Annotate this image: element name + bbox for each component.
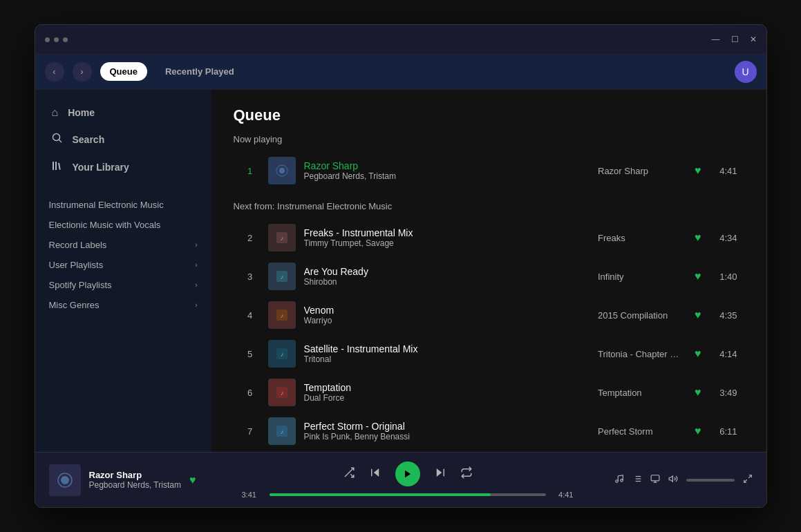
player-right [614,474,753,486]
next-section: Next from: Instrumenal Electronic Music [234,201,744,211]
next-from-label: Next from: Instrumenal Electronic Music [234,201,744,211]
lyrics-button[interactable] [614,474,624,486]
track-artist: Tritonal [304,354,585,364]
track-album: 2015 Compilation [584,310,695,321]
track-art: ♪ [268,263,296,290]
track-info: Are You Ready Shirobon [304,266,585,287]
track-duration: 4:14 [713,349,737,359]
shuffle-button[interactable] [343,466,355,482]
sidebar-item-search[interactable]: Search [45,126,202,153]
tab-queue[interactable]: Queue [100,62,147,81]
window-buttons: — ☐ ✕ [712,35,757,44]
track-art: ♪ [268,379,296,406]
play-button[interactable] [395,462,420,486]
forward-button[interactable]: › [73,62,92,82]
svg-marker-27 [404,470,410,477]
progress-fill [270,493,491,496]
track-info: Perfect Storm - Original Pink Is Punk, B… [304,421,585,441]
dot-2 [54,37,59,42]
table-row[interactable]: 4 ♪ Venom Warriyo 2015 Compilation ♥ 4:3… [234,296,744,334]
table-row[interactable]: 6 ♪ Temptation Dual Force Temptation ♥ 3… [234,373,744,412]
table-row[interactable]: 5 ♪ Satellite - Instrumental Mix Tritona… [234,334,744,373]
nav-bar: ‹ › Queue Recently Played U [35,54,766,90]
app-window: — ☐ ✕ ‹ › Queue Recently Played U ⌂ Home [35,24,767,508]
track-artist: Warriyo [304,316,585,325]
back-button[interactable]: ‹ [45,62,64,82]
track-heart-icon[interactable]: ♥ [695,270,701,283]
progress-track[interactable] [270,493,546,496]
chevron-right-icon: › [195,241,197,249]
now-playing-label: Now playing [234,134,744,144]
minimize-button[interactable]: — [712,35,720,44]
window-controls [45,37,68,42]
now-playing-artists: Pegboard Nerds, Tristam [304,171,585,181]
avatar[interactable]: U [735,61,757,83]
sidebar-item-user-playlists[interactable]: User Playlists › [45,255,202,275]
now-playing-track[interactable]: 1 Razor Sharp Pegboard Nerds, Tristam Ra… [234,151,744,190]
sidebar-item-electronic-vocals[interactable]: Electionic Music with Vocals [45,215,202,235]
tab-recently-played[interactable]: Recently Played [156,62,244,81]
sidebar-item-record-labels[interactable]: Record Labels › [45,235,202,255]
svg-marker-41 [669,476,672,482]
table-row[interactable]: 7 ♪ Perfect Storm - Original Pink Is Pun… [234,412,744,450]
track-art: ♪ [268,340,296,368]
track-name: Temptation [304,382,585,393]
devices-button[interactable] [650,474,660,486]
sidebar-item-spotify-playlists[interactable]: Spotify Playlists › [45,275,202,295]
volume-bar[interactable] [686,479,735,482]
track-heart-icon[interactable]: ♥ [695,425,701,437]
track-duration: 1:40 [713,272,737,282]
track-heart-icon[interactable]: ♥ [695,231,701,244]
track-album: Infinity [584,272,695,282]
search-icon [52,133,63,146]
dot-3 [63,37,68,42]
queue-title: Queue [234,106,744,124]
table-row[interactable]: 3 ♪ Are You Ready Shirobon Infinity ♥ 1:… [234,257,744,296]
track-duration: 6:11 [713,426,737,437]
prev-button[interactable] [369,466,381,482]
player-heart-icon[interactable]: ♥ [189,474,196,486]
volume-button[interactable] [668,474,678,486]
sidebar-item-home[interactable]: ⌂ Home [45,99,202,126]
sidebar-item-library[interactable]: Your Library [45,153,202,181]
track-heart-icon[interactable]: ♥ [695,386,701,399]
svg-text:♪: ♪ [280,274,283,281]
next-button[interactable] [434,466,446,482]
svg-rect-3 [55,162,57,170]
queue-panel: Queue Now playing 1 Razor Sharp Pegboard… [211,90,766,452]
track-artist: Pink Is Punk, Benny Benassi [304,432,585,441]
player-left: Razor Sharp Pegboard Nerds, Tristam ♥ [49,464,201,496]
sidebar-item-instrumental-electronic[interactable]: Instrumenal Electronic Music [45,195,202,215]
sidebar-home-label: Home [68,107,95,118]
svg-rect-38 [651,475,659,481]
close-button[interactable]: ✕ [750,35,757,44]
table-row[interactable]: 2 ♪ Freaks - Instrumental Mix Timmy Trum… [234,218,744,257]
track-heart-icon[interactable]: ♥ [695,348,701,360]
svg-point-5 [279,168,285,173]
sidebar-item-misc-genres[interactable]: Misc Genres › [45,295,202,315]
track-name: Are You Ready [304,266,585,277]
chevron-right-icon: › [195,261,197,269]
track-name: Freaks - Instrumental Mix [304,227,585,238]
track-name: Satellite - Instrumental Mix [304,343,585,354]
track-heart-icon[interactable]: ♥ [695,309,701,321]
maximize-button[interactable]: ☐ [731,35,739,44]
track-album: Temptation [584,388,695,398]
queue-button[interactable] [632,474,642,486]
fullscreen-button[interactable] [743,474,753,486]
track-num: 3 [241,272,260,282]
track-num-1: 1 [241,166,260,176]
svg-line-1 [59,140,62,142]
repeat-button[interactable] [460,466,473,482]
sidebar-library-label: Your Library [73,162,129,173]
track-duration: 3:49 [713,388,737,398]
player-track-artist: Pegboard Nerds, Tristam [89,480,181,490]
svg-text:♪: ♪ [280,312,283,319]
now-playing-heart-icon[interactable]: ♥ [695,164,701,177]
track-artist: Shirobon [304,277,585,287]
track-album: Tritonia - Chapter 001 [584,349,695,359]
track-info: Venom Warriyo [304,305,585,325]
title-bar: — ☐ ✕ [35,25,766,54]
svg-text:♪: ♪ [280,351,283,358]
sidebar: ⌂ Home Search [35,90,211,452]
